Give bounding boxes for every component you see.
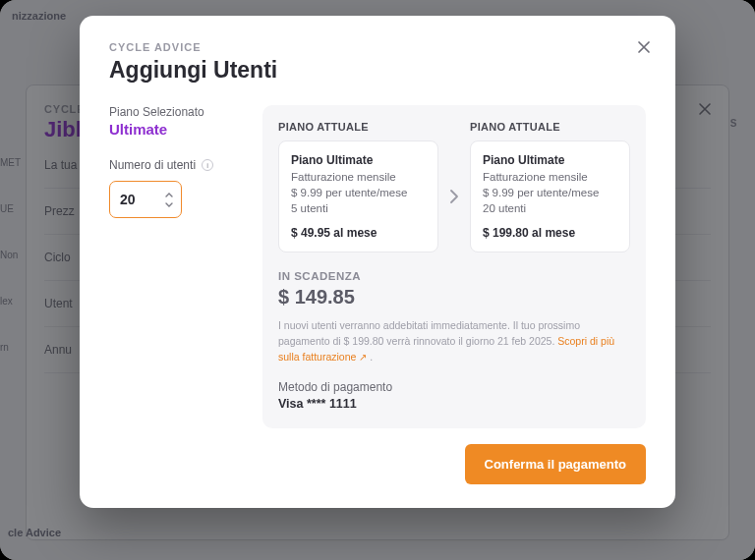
close-icon [636,39,652,55]
plan-total: $ 199.80 al mese [483,226,617,240]
plan-total: $ 49.95 al mese [291,226,426,240]
selected-plan-label: Piano Selezionato [109,105,237,119]
plan-price: $ 9.99 per utente/mese [291,187,426,198]
plan-users: 5 utenti [291,202,426,214]
plan-users: 20 utenti [483,202,617,214]
plan-title: Piano Ultimate [483,153,617,167]
new-plan-card: Piano Ultimate Fatturazione mensile $ 9.… [470,140,630,252]
info-icon[interactable]: i [202,159,213,171]
payment-method-label: Metodo di pagamento [278,380,630,394]
external-link-icon: ↗ [359,352,367,363]
stepper-up-button[interactable] [163,190,175,199]
users-stepper[interactable]: 20 [109,181,182,218]
chevron-down-icon [165,202,173,207]
plan-billing: Fatturazione mensile [483,171,617,183]
plan-billing: Fatturazione mensile [291,171,426,183]
plan-comparison-panel: PIANO ATTUALE Piano Ultimate Fatturazion… [262,105,646,428]
add-users-modal: CYCLE ADVICE Aggiungi Utenti Piano Selez… [80,16,675,508]
selected-plan-name: Ultimate [109,121,237,138]
modal-eyebrow: CYCLE ADVICE [109,41,646,53]
due-label: IN SCADENZA [278,270,630,282]
billing-disclaimer: I nuovi utenti verranno addebitati immed… [278,318,630,364]
payment-method-value: Visa **** 1111 [278,397,630,411]
plan-title: Piano Ultimate [291,153,426,167]
plan-price: $ 9.99 per utente/mese [483,187,617,198]
due-amount: $ 149.85 [278,286,630,308]
users-count-label: Numero di utenti i [109,158,213,172]
current-plan-card: Piano Ultimate Fatturazione mensile $ 9.… [278,140,438,252]
chevron-up-icon [165,193,173,197]
close-button[interactable] [632,35,656,59]
new-plan-header: PIANO ATTUALE [470,121,630,133]
users-stepper-value: 20 [120,192,136,207]
confirm-payment-button[interactable]: Conferma il pagamento [465,444,646,484]
arrow-right-icon [446,169,462,204]
modal-overlay: CYCLE ADVICE Aggiungi Utenti Piano Selez… [0,0,755,560]
current-plan-header: PIANO ATTUALE [278,121,438,133]
stepper-down-button[interactable] [163,199,175,209]
modal-title: Aggiungi Utenti [109,57,646,84]
